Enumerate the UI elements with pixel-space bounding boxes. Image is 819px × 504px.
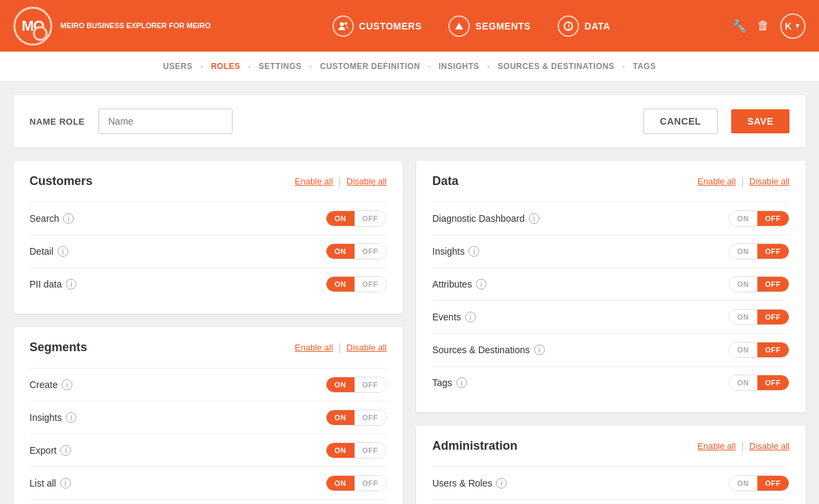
- toggle-detail[interactable]: ON OFF: [326, 243, 387, 259]
- toggle-seg-insights[interactable]: ON OFF: [326, 410, 387, 426]
- toggle-events[interactable]: ON OFF: [729, 309, 790, 325]
- header-right: 🔧 🗑 K ▼: [732, 13, 806, 39]
- toggle-attributes[interactable]: ON OFF: [729, 276, 790, 292]
- info-icon-users-roles[interactable]: i: [496, 478, 507, 489]
- toggle-off-detail[interactable]: OFF: [355, 244, 387, 259]
- toggle-on-data-sources[interactable]: ON: [729, 342, 757, 357]
- customers-enable-all[interactable]: Enable all: [295, 176, 333, 186]
- brand-name: MEIRO BUSINESS EXPLORER FOR MEIRO: [60, 21, 210, 31]
- info-icon-seg-insights[interactable]: i: [66, 412, 76, 423]
- left-panel-col: Customers Enable all | Disable all Searc…: [13, 161, 403, 504]
- wrench-icon[interactable]: 🔧: [732, 19, 747, 34]
- name-role-input[interactable]: [99, 109, 233, 134]
- permission-row-data-tags: Tags i ON OFF: [432, 366, 790, 399]
- info-icon-search[interactable]: i: [63, 213, 74, 224]
- toggle-off-create[interactable]: OFF: [355, 377, 387, 392]
- info-icon-data-sources[interactable]: i: [534, 344, 545, 355]
- toggle-off-diagnostic[interactable]: OFF: [757, 211, 790, 226]
- segments-icon: [448, 15, 470, 37]
- toggle-off-search[interactable]: OFF: [355, 211, 387, 226]
- info-icon-data-insights[interactable]: i: [468, 246, 479, 257]
- admin-enable-all[interactable]: Enable all: [698, 441, 736, 451]
- toggle-create[interactable]: ON OFF: [326, 377, 387, 393]
- user-avatar[interactable]: K ▼: [780, 13, 806, 39]
- info-icon-diagnostic[interactable]: i: [529, 213, 540, 224]
- permission-label-data-tags: Tags i: [432, 377, 729, 388]
- info-icon-list-all[interactable]: i: [60, 478, 71, 489]
- toggle-on-data-insights[interactable]: ON: [729, 244, 757, 259]
- toggle-off-pii-data[interactable]: OFF: [355, 277, 387, 292]
- logo-inner-circle: [33, 26, 48, 41]
- toggle-off-data-insights[interactable]: OFF: [757, 244, 790, 259]
- permission-label-data-insights: Insights i: [432, 246, 729, 257]
- info-icon-create[interactable]: i: [62, 379, 72, 390]
- subnav-insights[interactable]: INSIGHTS: [430, 62, 487, 71]
- nav-item-customers[interactable]: CUSTOMERS: [319, 10, 436, 42]
- toggle-off-data-tags[interactable]: OFF: [757, 375, 790, 390]
- nav-item-data[interactable]: DATA: [544, 10, 624, 42]
- segments-enable-all[interactable]: Enable all: [295, 342, 333, 353]
- permission-label-export: Export i: [29, 445, 326, 456]
- permission-label-events: Events i: [432, 312, 729, 322]
- toggle-users-roles[interactable]: ON OFF: [729, 475, 790, 491]
- toggle-on-events[interactable]: ON: [729, 310, 757, 324]
- subnav-users[interactable]: USERS: [155, 62, 200, 71]
- customers-disable-all[interactable]: Disable all: [346, 176, 387, 186]
- data-enable-all[interactable]: Enable all: [698, 176, 736, 186]
- toggle-off-attributes[interactable]: OFF: [757, 277, 790, 292]
- data-disable-all[interactable]: Disable all: [749, 176, 790, 186]
- toggle-data-sources[interactable]: ON OFF: [729, 342, 790, 358]
- administration-panel: Administration Enable all | Disable all …: [416, 426, 806, 504]
- info-icon-data-tags[interactable]: i: [456, 377, 467, 388]
- toggle-on-list-all[interactable]: ON: [326, 476, 355, 491]
- toggle-on-create[interactable]: ON: [326, 377, 355, 392]
- info-icon-export[interactable]: i: [60, 445, 71, 456]
- toggle-on-pii-data[interactable]: ON: [326, 277, 355, 292]
- permission-label-search: Search i: [29, 213, 326, 224]
- subnav-settings[interactable]: SETTINGS: [251, 62, 310, 71]
- toggle-off-list-all[interactable]: OFF: [355, 476, 387, 491]
- info-icon-detail[interactable]: i: [58, 246, 68, 257]
- toggle-on-data-tags[interactable]: ON: [729, 375, 757, 390]
- toggle-off-seg-insights[interactable]: OFF: [355, 410, 387, 425]
- toggle-off-data-sources[interactable]: OFF: [757, 342, 790, 357]
- toggle-data-insights[interactable]: ON OFF: [729, 243, 790, 259]
- toggle-data-tags[interactable]: ON OFF: [729, 375, 790, 391]
- subnav-tags[interactable]: TAGS: [625, 62, 664, 71]
- toggle-off-users-roles[interactable]: OFF: [757, 476, 790, 491]
- info-icon-pii-data[interactable]: i: [66, 279, 76, 290]
- toggle-on-export[interactable]: ON: [326, 443, 355, 458]
- toggle-pii-data[interactable]: ON OFF: [326, 276, 387, 292]
- toggle-diagnostic[interactable]: ON OFF: [729, 210, 790, 227]
- toggle-search[interactable]: ON OFF: [326, 210, 387, 227]
- save-button[interactable]: SAVE: [731, 109, 790, 133]
- subnav-customer-definition[interactable]: CUSTOMER DEFINITION: [312, 62, 428, 71]
- app-header: MO MEIRO BUSINESS EXPLORER FOR MEIRO CUS…: [0, 0, 819, 52]
- toggle-on-detail[interactable]: ON: [326, 244, 355, 259]
- toggle-on-attributes[interactable]: ON: [729, 277, 757, 292]
- logo-area: MO MEIRO BUSINESS EXPLORER FOR MEIRO: [13, 7, 210, 46]
- permission-row-diagnostic: Diagnostic Dashboard i ON OFF: [432, 202, 790, 235]
- info-icon-attributes[interactable]: i: [476, 279, 487, 290]
- toggle-list-all[interactable]: ON OFF: [326, 475, 387, 491]
- nav-item-segments[interactable]: SEGMENTS: [435, 10, 544, 42]
- toggle-on-search[interactable]: ON: [326, 211, 355, 226]
- toggle-off-export[interactable]: OFF: [355, 443, 387, 458]
- toggle-on-seg-insights[interactable]: ON: [326, 410, 355, 425]
- permission-row-list-all: List all i ON OFF: [29, 466, 387, 499]
- permission-label-list-all: List all i: [29, 478, 326, 489]
- main-content: NAME ROLE CANCEL SAVE Customers Enable a…: [0, 82, 819, 504]
- toggle-on-users-roles[interactable]: ON: [729, 476, 757, 491]
- toggle-on-diagnostic[interactable]: ON: [729, 211, 757, 226]
- segments-disable-all[interactable]: Disable all: [346, 342, 387, 353]
- name-role-label: NAME ROLE: [29, 117, 85, 127]
- toggle-off-events[interactable]: OFF: [757, 310, 790, 324]
- trash-icon[interactable]: 🗑: [757, 19, 769, 33]
- cancel-button[interactable]: CANCEL: [643, 109, 718, 134]
- admin-disable-all[interactable]: Disable all: [749, 441, 790, 451]
- info-icon-events[interactable]: i: [465, 312, 476, 322]
- svg-point-0: [340, 22, 344, 26]
- subnav-roles[interactable]: ROLES: [203, 62, 249, 71]
- toggle-export[interactable]: ON OFF: [326, 442, 387, 458]
- subnav-sources-destinations[interactable]: SOURCES & DESTINATIONS: [490, 62, 623, 71]
